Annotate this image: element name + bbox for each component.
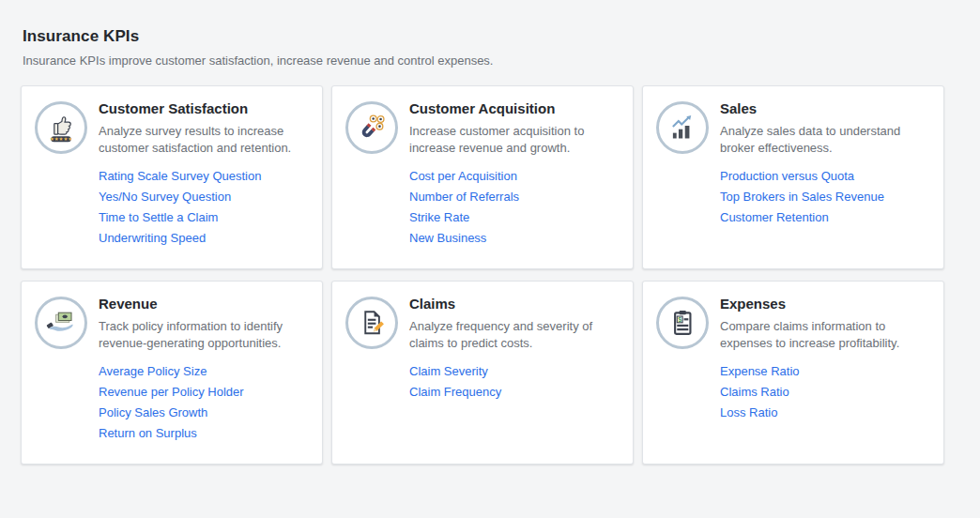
card-customer-acquisition: Customer Acquisition Increase customer a… bbox=[331, 85, 634, 269]
thumbs-up-rating-icon: ★★★★★ bbox=[35, 101, 87, 154]
svg-text:$: $ bbox=[678, 315, 681, 324]
link-expense-ratio[interactable]: Expense Ratio bbox=[720, 365, 930, 377]
card-claims: Claims Analyze frequency and severity of… bbox=[331, 281, 634, 465]
card-description: Analyze sales data to understand broker … bbox=[720, 123, 930, 156]
card-customer-satisfaction: ★★★★★ Customer Satisfaction Analyze surv… bbox=[21, 85, 323, 269]
link-policy-sales-growth[interactable]: Policy Sales Growth bbox=[99, 406, 309, 419]
svg-text:★★★★★: ★★★★★ bbox=[50, 136, 72, 142]
expenses-clipboard-icon: $ bbox=[656, 297, 709, 349]
card-title: Customer Acquisition bbox=[409, 100, 620, 116]
link-yes-no-survey-question[interactable]: Yes/No Survey Question bbox=[99, 190, 309, 203]
card-title: Expenses bbox=[720, 296, 930, 312]
bar-chart-growth-icon bbox=[656, 101, 709, 154]
magnet-attract-customers-icon bbox=[345, 101, 398, 154]
link-customer-retention[interactable]: Customer Retention bbox=[720, 211, 930, 223]
link-number-of-referrals[interactable]: Number of Referrals bbox=[409, 190, 620, 203]
page-subtitle: Insurance KPIs improve customer satisfac… bbox=[23, 53, 980, 68]
card-link-list: Expense Ratio Claims Ratio Loss Ratio bbox=[720, 365, 930, 419]
card-description: Analyze survey results to increase custo… bbox=[99, 123, 309, 156]
link-cost-per-acquisition[interactable]: Cost per Acquisition bbox=[409, 170, 620, 182]
link-new-business[interactable]: New Business bbox=[409, 232, 620, 244]
link-top-brokers-in-sales-revenue[interactable]: Top Brokers in Sales Revenue bbox=[720, 190, 930, 203]
page-title: Insurance KPIs bbox=[23, 27, 980, 46]
insurance-kpis-page: Insurance KPIs Insurance KPIs improve cu… bbox=[0, 0, 980, 465]
link-time-to-settle-a-claim[interactable]: Time to Settle a Claim bbox=[99, 211, 309, 223]
card-link-list: Rating Scale Survey Question Yes/No Surv… bbox=[99, 170, 309, 244]
card-link-list: Production versus Quota Top Brokers in S… bbox=[720, 170, 930, 223]
card-title: Revenue bbox=[99, 296, 309, 312]
card-link-list: Claim Severity Claim Frequency bbox=[409, 365, 620, 398]
link-claims-ratio[interactable]: Claims Ratio bbox=[720, 386, 930, 398]
card-description: Track policy information to identify rev… bbox=[99, 318, 309, 351]
link-claim-severity[interactable]: Claim Severity bbox=[409, 365, 620, 377]
link-rating-scale-survey-question[interactable]: Rating Scale Survey Question bbox=[99, 170, 309, 182]
card-description: Analyze frequency and severity of claims… bbox=[409, 318, 620, 351]
card-title: Claims bbox=[409, 296, 620, 312]
link-return-on-surplus[interactable]: Return on Surplus bbox=[99, 427, 309, 439]
card-expenses: $ Expenses Compare claims information to… bbox=[642, 281, 944, 465]
card-revenue: Revenue Track policy information to iden… bbox=[21, 281, 323, 465]
card-link-list: Cost per Acquisition Number of Referrals… bbox=[409, 170, 620, 244]
card-link-list: Average Policy Size Revenue per Policy H… bbox=[99, 365, 309, 439]
card-description: Increase customer acquisition to increas… bbox=[409, 123, 620, 156]
kpi-card-grid: ★★★★★ Customer Satisfaction Analyze surv… bbox=[21, 85, 980, 465]
link-loss-ratio[interactable]: Loss Ratio bbox=[720, 406, 930, 419]
card-title: Customer Satisfaction bbox=[99, 100, 309, 116]
card-sales: Sales Analyze sales data to understand b… bbox=[642, 85, 944, 269]
link-revenue-per-policy-holder[interactable]: Revenue per Policy Holder bbox=[99, 386, 309, 398]
link-strike-rate[interactable]: Strike Rate bbox=[409, 211, 620, 223]
link-average-policy-size[interactable]: Average Policy Size bbox=[99, 365, 309, 377]
money-in-hand-icon bbox=[35, 297, 87, 349]
claim-document-pencil-icon bbox=[345, 297, 398, 349]
card-title: Sales bbox=[720, 100, 930, 116]
link-underwriting-speed[interactable]: Underwriting Speed bbox=[99, 232, 309, 244]
link-claim-frequency[interactable]: Claim Frequency bbox=[409, 386, 620, 398]
card-description: Compare claims information to expenses t… bbox=[720, 318, 930, 351]
link-production-versus-quota[interactable]: Production versus Quota bbox=[720, 170, 930, 182]
